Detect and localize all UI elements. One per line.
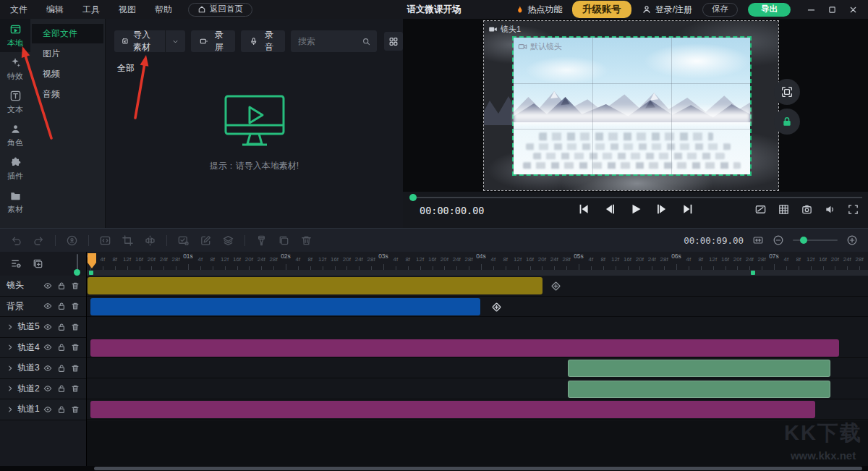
login-button[interactable]: 登录/注册 [642,4,692,16]
chevron-right-icon[interactable] [7,323,14,331]
layers-icon[interactable] [222,234,234,247]
track-header-5[interactable]: 轨道2 [0,379,86,400]
preview-canvas[interactable]: 镜头1 [484,21,778,190]
crop-icon[interactable] [122,234,134,247]
track-visibility-icon[interactable] [43,323,52,331]
grid-overlay-icon[interactable] [778,203,790,216]
track-header-6[interactable]: 轨道1 [0,399,86,420]
maskeye-icon[interactable] [177,234,190,247]
track-header-4[interactable]: 轨道3 [0,358,86,379]
pensq-icon[interactable] [200,234,212,247]
track-lock-icon[interactable] [57,343,66,352]
sidebar-item-0[interactable]: 本地 [0,19,30,52]
subnav-item-3[interactable]: 音频 [32,85,103,104]
play-button[interactable] [629,202,643,216]
import-button[interactable]: 导入素材 [114,30,185,52]
save-button[interactable]: 保存 [702,3,738,17]
track-header-1[interactable]: 背景 [0,297,86,318]
horizontal-scrollbar-thumb[interactable] [94,467,862,470]
bracketbox-icon[interactable] [99,234,111,247]
track-lock-icon[interactable] [57,364,66,373]
track-header-3[interactable]: 轨道4 [0,338,86,359]
seek-bar[interactable] [410,197,862,198]
chevron-right-icon[interactable] [7,385,14,392]
record-screen-button[interactable]: 录屏 [191,30,235,52]
track-header-0[interactable]: 镜头 [0,276,86,297]
anchor-icon[interactable] [66,234,78,247]
track-delete-icon[interactable] [71,343,80,352]
seek-handle[interactable] [409,194,417,201]
menu-item-4[interactable]: 帮助 [155,4,172,16]
menu-item-0[interactable]: 文件 [10,4,27,16]
sidebar-item-4[interactable]: 插件 [0,152,30,185]
subnav-item-1[interactable]: 图片 [32,44,103,64]
track-delete-icon[interactable] [71,364,80,373]
zoom-in-icon[interactable] [846,234,858,246]
chevron-right-icon[interactable] [7,365,14,372]
hot-features-button[interactable]: 热点功能 [515,4,562,16]
record-audio-button[interactable]: 录音 [241,30,285,52]
timeline-clip-5[interactable] [90,401,815,418]
trash-icon[interactable] [300,234,312,247]
fullscreen-icon[interactable] [847,203,859,216]
subnav-item-2[interactable]: 视频 [32,64,103,84]
track-visibility-icon[interactable] [43,384,52,393]
close-icon[interactable] [848,5,858,14]
chevron-right-icon[interactable] [7,344,14,351]
upgrade-account-button[interactable]: 升级账号 [572,1,631,18]
redo-icon[interactable] [33,234,45,247]
sidebar-item-5[interactable]: 素材 [0,185,30,218]
volume-icon[interactable] [824,203,836,216]
import-dropdown[interactable] [165,30,185,52]
track-manage-icon[interactable] [10,258,22,270]
default-camera-selection[interactable]: 默认镜头 [514,38,750,174]
track-delete-icon[interactable] [71,384,80,393]
track-visibility-icon[interactable] [43,302,52,310]
aspect-ratio-icon[interactable] [754,203,767,216]
track-visibility-icon[interactable] [43,281,52,290]
home-button[interactable]: 返回首页 [188,3,252,17]
fit-timeline-icon[interactable] [752,234,764,246]
track-delete-icon[interactable] [71,281,80,290]
timeline-clip-0[interactable] [88,277,542,294]
track-lock-icon[interactable] [57,405,66,414]
filter-all-tab[interactable]: 全部 [117,62,135,75]
skip-start-button[interactable] [576,202,591,216]
mini-playhead-dot[interactable] [74,269,80,276]
copy-icon[interactable] [278,234,290,247]
subnav-item-0[interactable]: 全部文件 [32,24,103,43]
timeline-clip-3[interactable] [568,360,830,377]
sidebar-item-2[interactable]: 文本 [0,85,30,119]
track-delete-icon[interactable] [71,302,80,310]
timeline-clip-4[interactable] [568,381,830,398]
step-back-button[interactable] [603,202,617,216]
horizontal-scrollbar[interactable] [0,466,868,471]
menu-item-2[interactable]: 工具 [82,4,100,16]
timeline-ruler[interactable]: 0s4f8f12f16f20f24f28f01s4f8f12f16f20f24f… [87,252,868,270]
track-visibility-icon[interactable] [43,343,52,352]
menu-item-1[interactable]: 编辑 [46,4,64,16]
minimize-icon[interactable] [807,5,816,14]
mirror-icon[interactable] [144,234,156,247]
add-keyframe-button[interactable] [549,279,563,293]
maximize-icon[interactable] [827,5,837,14]
search-box[interactable] [291,30,377,52]
track-delete-icon[interactable] [71,323,80,331]
timeline-clip-1[interactable] [90,298,480,315]
timeline-marker[interactable] [751,271,755,275]
brush-icon[interactable] [255,234,268,247]
grid-view-button[interactable] [384,32,403,51]
track-lock-icon[interactable] [57,281,66,290]
track-visibility-icon[interactable] [43,405,52,414]
timeline-clip-2[interactable] [90,339,839,357]
lock-button[interactable] [774,109,800,135]
skip-end-button[interactable] [681,202,695,216]
export-button[interactable]: 导出 [748,3,791,17]
add-keyframe-button[interactable] [490,300,503,314]
sidebar-item-1[interactable]: 特效 [0,52,30,85]
track-lock-icon[interactable] [57,384,66,393]
undo-icon[interactable] [10,234,22,247]
track-visibility-icon[interactable] [43,364,52,373]
snapshot-icon[interactable] [801,203,813,216]
track-lock-icon[interactable] [57,302,66,310]
